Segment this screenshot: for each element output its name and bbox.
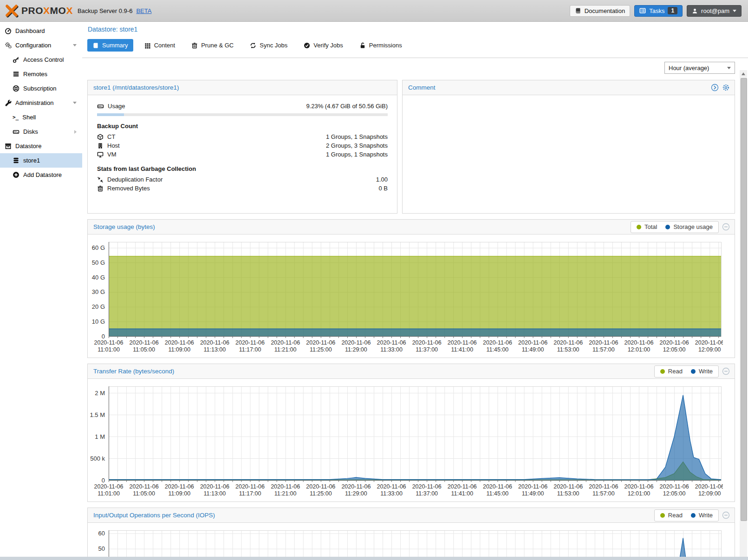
sidebar-item-access-control[interactable]: Access Control	[0, 52, 82, 67]
sidebar-item-label: Access Control	[23, 56, 64, 63]
svg-text:2020-11-0611:21:00: 2020-11-0611:21:00	[271, 339, 300, 353]
proxmox-x-logo-icon	[5, 4, 19, 18]
circle-chevron-right-icon[interactable]	[711, 84, 719, 91]
svg-text:2020-11-0611:17:00: 2020-11-0611:17:00	[235, 483, 265, 497]
comment-title: Comment	[408, 84, 436, 91]
tab-prune-gc[interactable]: Prune & GC	[186, 39, 239, 52]
book-icon	[575, 7, 581, 14]
vertical-scrollbar[interactable]	[740, 70, 747, 560]
sidebar-item-datastore[interactable]: Datastore	[0, 139, 82, 153]
stat-row-vm: VM1 Groups, 1 Snapshots	[97, 150, 388, 159]
svg-text:2020-11-0611:05:00: 2020-11-0611:05:00	[130, 339, 159, 353]
collapse-caret-icon[interactable]	[73, 44, 77, 46]
sidebar-item-store1[interactable]: store1	[0, 153, 82, 168]
svg-text:2020-11-0611:57:00: 2020-11-0611:57:00	[589, 483, 618, 497]
user-menu-button[interactable]: root@pam	[687, 5, 741, 17]
tasks-button[interactable]: Tasks 1	[634, 5, 683, 17]
tasks-count-badge: 1	[668, 7, 677, 14]
beta-link[interactable]: BETA	[136, 7, 151, 14]
tab-summary[interactable]: Summary	[87, 39, 133, 52]
scroll-up-button[interactable]	[740, 70, 747, 77]
svg-text:2020-11-0611:37:00: 2020-11-0611:37:00	[412, 483, 442, 497]
user-label: root@pam	[701, 7, 729, 14]
sidebar-item-configuration[interactable]: Configuration	[0, 38, 82, 52]
legend-dot-icon	[665, 225, 670, 229]
gear-icon[interactable]	[722, 84, 730, 91]
sidebar-item-subscription[interactable]: Subscription	[0, 81, 82, 96]
legend-label: Storage usage	[673, 223, 713, 230]
legend-item-total[interactable]: Total	[637, 223, 657, 230]
tab-verify-jobs[interactable]: Verify Jobs	[299, 39, 348, 52]
list-icon	[13, 71, 20, 78]
plus-circle-icon	[13, 171, 20, 178]
storage-usage-header: Storage usage (bytes)TotalStorage usage	[88, 220, 735, 234]
comment-body[interactable]	[403, 95, 735, 214]
proxmox-backup-server-window: PROXMOX Backup Server 0.9-6 BETA Documen…	[0, 0, 748, 560]
cube-icon	[97, 134, 104, 140]
tab-permissions[interactable]: Permissions	[354, 39, 407, 52]
arrow-up-icon	[741, 72, 745, 75]
svg-text:2020-11-0612:05:00: 2020-11-0612:05:00	[660, 483, 689, 497]
documentation-button[interactable]: Documentation	[570, 5, 630, 17]
topbar: PROXMOX Backup Server 0.9-6 BETA Documen…	[0, 0, 748, 22]
topbar-actions: Documentation Tasks 1 root@pam	[570, 5, 743, 17]
sidebar-item-disks[interactable]: Disks	[0, 124, 82, 139]
compress-icon	[97, 176, 104, 183]
tab-sync-jobs[interactable]: Sync Jobs	[245, 39, 293, 52]
svg-text:2020-11-0611:17:00: 2020-11-0611:17:00	[235, 339, 265, 353]
datastore-info-body: Usage 9.23% (4.67 GiB of 50.56 GiB) Back…	[88, 95, 397, 193]
stat-row-removed-bytes: Removed Bytes0 B	[97, 184, 388, 193]
sidebar-item-label: Datastore	[15, 143, 41, 150]
legend-item-write[interactable]: Write	[691, 368, 713, 375]
life-ring-icon	[13, 85, 20, 92]
svg-text:30 G: 30 G	[92, 288, 105, 295]
legend-item-write[interactable]: Write	[691, 512, 713, 519]
documentation-label: Documentation	[585, 7, 625, 14]
collapse-chart-icon[interactable]	[722, 223, 730, 231]
comment-panel: Comment	[402, 80, 735, 214]
scrollbar-thumb[interactable]	[741, 78, 747, 521]
usage-value: 9.23% (4.67 GiB of 50.56 GiB)	[306, 103, 388, 110]
svg-text:10 G: 10 G	[92, 318, 105, 325]
product-subtitle: Backup Server 0.9-6	[78, 7, 133, 14]
datastore-info-panel: store1 (/mnt/datastores/store1) Usage 9.…	[87, 80, 397, 214]
sidebar-item-label: Disks	[23, 128, 38, 135]
legend-dot-icon	[691, 369, 696, 374]
sidebar-item-remotes[interactable]: Remotes	[0, 67, 82, 81]
expand-caret-icon[interactable]	[74, 130, 77, 134]
gc-stats-heading: Stats from last Garbage Collection	[97, 165, 388, 172]
svg-text:60: 60	[98, 530, 105, 537]
legend-item-storage-usage[interactable]: Storage usage	[665, 223, 713, 230]
svg-text:50 G: 50 G	[92, 259, 105, 266]
sidebar-item-add-datastore[interactable]: Add Datastore	[0, 168, 82, 182]
proxmox-wordmark: PROXMOX	[21, 5, 73, 16]
svg-text:2020-11-0611:41:00: 2020-11-0611:41:00	[448, 339, 477, 353]
legend-dot-icon	[660, 513, 665, 518]
svg-text:2020-11-0611:41:00: 2020-11-0611:41:00	[448, 483, 477, 497]
trash-icon	[97, 185, 104, 192]
iops-chart: 60504030201002020-11-0611:01:002020-11-0…	[88, 523, 735, 560]
sidebar-item-administration[interactable]: Administration	[0, 96, 82, 110]
svg-text:2020-11-0611:21:00: 2020-11-0611:21:00	[271, 483, 300, 497]
stat-label: VM	[107, 151, 117, 158]
legend-item-read[interactable]: Read	[660, 368, 683, 375]
collapse-caret-icon[interactable]	[73, 102, 77, 104]
svg-text:500 k: 500 k	[90, 455, 105, 462]
tab-content[interactable]: Content	[139, 39, 181, 52]
summary-content: store1 (/mnt/datastores/store1) Usage 9.…	[87, 78, 735, 560]
tab-label: Verify Jobs	[313, 42, 343, 49]
sidebar-item-dashboard[interactable]: Dashboard	[0, 24, 82, 38]
time-range-select[interactable]: Hour (average)	[664, 62, 735, 74]
main-area: Datastore: store1 SummaryContentPrune & …	[82, 22, 748, 560]
svg-text:2020-11-0612:01:00: 2020-11-0612:01:00	[624, 339, 653, 353]
usage-label: Usage	[108, 103, 125, 110]
legend-item-read[interactable]: Read	[660, 512, 683, 519]
sidebar-item-label: Add Datastore	[23, 171, 62, 178]
sync-icon	[250, 42, 256, 49]
collapse-chart-icon[interactable]	[722, 511, 730, 519]
collapse-chart-icon[interactable]	[722, 367, 730, 375]
svg-text:2020-11-0611:45:00: 2020-11-0611:45:00	[483, 339, 512, 353]
svg-text:2020-11-0612:05:00: 2020-11-0612:05:00	[660, 339, 689, 353]
sidebar-item-shell[interactable]: >_Shell	[0, 110, 82, 124]
sidebar-item-label: store1	[23, 157, 40, 164]
